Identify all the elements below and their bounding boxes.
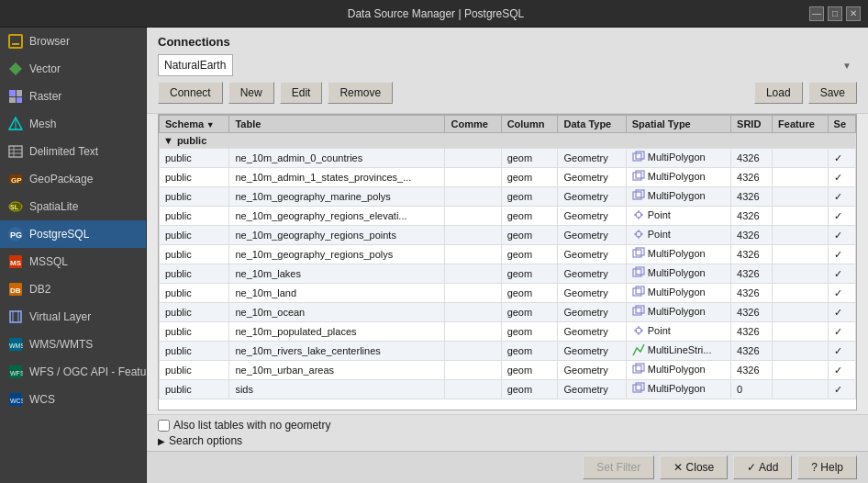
table-row[interactable]: publicne_10m_lakesgeomGeometryMultiPolyg… bbox=[160, 264, 856, 284]
close-button[interactable]: ✕ bbox=[846, 6, 861, 21]
cell-7 bbox=[773, 264, 828, 284]
table-row[interactable]: publicne_10m_admin_0_countriesgeomGeomet… bbox=[160, 149, 856, 168]
col-feature[interactable]: Feature bbox=[773, 116, 828, 133]
table-row[interactable]: publicne_10m_geography_regions_polysgeom… bbox=[160, 245, 856, 264]
col-column[interactable]: Column bbox=[501, 116, 558, 133]
add-button[interactable]: ✓ Add bbox=[733, 455, 792, 479]
sidebar-label-spatialite: SpatiaLite bbox=[29, 200, 78, 213]
minimize-button[interactable]: — bbox=[809, 6, 824, 21]
table-row[interactable]: publicsidsgeomGeometryMultiPolygon0✓ bbox=[160, 380, 856, 399]
save-button[interactable]: Save bbox=[808, 82, 857, 104]
col-se[interactable]: Se bbox=[828, 116, 855, 133]
data-table: Schema Table Comme Column Data Type Spat… bbox=[159, 115, 856, 399]
svg-rect-43 bbox=[636, 248, 644, 255]
wcs-icon: WCS bbox=[7, 391, 24, 408]
col-srid[interactable]: SRID bbox=[731, 116, 773, 133]
sidebar-item-browser[interactable]: Browser bbox=[0, 28, 146, 55]
svg-rect-47 bbox=[636, 286, 644, 294]
spatial-type-cell: Point bbox=[632, 324, 671, 337]
cell-7 bbox=[773, 207, 828, 226]
table-group-row[interactable]: ▼public bbox=[160, 133, 856, 149]
maximize-button[interactable]: □ bbox=[828, 6, 842, 21]
sidebar-item-postgresql[interactable]: PG PostgreSQL bbox=[0, 220, 146, 248]
new-button[interactable]: New bbox=[228, 82, 274, 104]
connection-select[interactable]: NaturalEarth bbox=[158, 54, 233, 76]
sidebar-label-mssql: MSSQL bbox=[29, 255, 68, 268]
cell-3: geom bbox=[501, 207, 558, 226]
cell-6: 4326 bbox=[731, 342, 773, 361]
svg-rect-3 bbox=[9, 146, 22, 157]
sidebar-item-mssql[interactable]: MS MSSQL bbox=[0, 248, 146, 275]
table-row[interactable]: publicne_10m_admin_1_states_provinces_..… bbox=[160, 168, 856, 187]
cell-8: ✓ bbox=[828, 284, 855, 303]
col-comment[interactable]: Comme bbox=[445, 116, 501, 133]
cell-8: ✓ bbox=[828, 322, 855, 342]
window-controls[interactable]: — □ ✕ bbox=[809, 6, 861, 21]
cell-1: ne_10m_ocean bbox=[229, 303, 445, 322]
spatial-type-cell: MultiPolygon bbox=[632, 189, 706, 202]
table-row[interactable]: publicne_10m_geography_marine_polysgeomG… bbox=[160, 187, 856, 207]
search-options-row[interactable]: ▶ Search options bbox=[158, 434, 857, 447]
sidebar-item-geopackage[interactable]: GP GeoPackage bbox=[0, 165, 146, 193]
svg-text:GP: GP bbox=[11, 176, 22, 185]
cell-4: Geometry bbox=[558, 361, 626, 380]
svg-text:WFS: WFS bbox=[10, 370, 23, 376]
edit-button[interactable]: Edit bbox=[280, 82, 323, 104]
spatial-type-cell: MultiPolygon bbox=[632, 286, 706, 298]
help-button[interactable]: ? Help bbox=[797, 455, 857, 479]
cell-5: Point bbox=[626, 226, 730, 245]
sidebar-item-db2[interactable]: DB DB2 bbox=[0, 275, 146, 303]
cell-0: public bbox=[160, 342, 229, 361]
svg-rect-58 bbox=[636, 383, 644, 390]
connect-button[interactable]: Connect bbox=[158, 82, 223, 104]
cell-2 bbox=[445, 226, 501, 245]
sidebar-item-spatialite[interactable]: SL SpatiaLite bbox=[0, 193, 146, 220]
spatial-type-cell: MultiPolygon bbox=[632, 266, 706, 279]
sidebar-item-raster[interactable]: Raster bbox=[0, 83, 146, 110]
cell-3: geom bbox=[501, 264, 558, 284]
no-geometry-checkbox[interactable] bbox=[158, 420, 170, 432]
col-datatype[interactable]: Data Type bbox=[558, 116, 626, 133]
sidebar-item-virtual[interactable]: Virtual Layer bbox=[0, 303, 146, 331]
table-row[interactable]: publicne_10m_landgeomGeometryMultiPolygo… bbox=[160, 284, 856, 303]
svg-rect-42 bbox=[633, 250, 641, 257]
cell-3: geom bbox=[501, 284, 558, 303]
cell-4: Geometry bbox=[558, 207, 626, 226]
no-geometry-row: Also list tables with no geometry bbox=[158, 419, 857, 432]
svg-rect-28 bbox=[633, 173, 641, 180]
sidebar-item-delimited[interactable]: Delimited Text bbox=[0, 138, 146, 165]
cell-3: geom bbox=[501, 342, 558, 361]
table-row[interactable]: publicne_10m_rivers_lake_centerlinesgeom… bbox=[160, 342, 856, 361]
search-options-arrow: ▶ bbox=[158, 436, 165, 446]
cell-6: 4326 bbox=[731, 284, 773, 303]
table-row[interactable]: publicne_10m_populated_placesgeomGeometr… bbox=[160, 322, 856, 342]
spatial-type-cell: Point bbox=[632, 208, 671, 221]
table-row[interactable]: publicne_10m_oceangeomGeometryMultiPolyg… bbox=[160, 303, 856, 322]
set-filter-button[interactable]: Set Filter bbox=[583, 455, 654, 479]
cell-4: Geometry bbox=[558, 303, 626, 322]
table-row[interactable]: publicne_10m_geography_regions_elevati..… bbox=[160, 207, 856, 226]
table-container[interactable]: Schema Table Comme Column Data Type Spat… bbox=[158, 114, 857, 410]
col-spatialtype[interactable]: Spatial Type bbox=[626, 116, 730, 133]
sidebar: Browser Vector Raster Mesh Delimited Tex… bbox=[0, 28, 147, 483]
col-schema[interactable]: Schema bbox=[160, 116, 229, 133]
sidebar-item-vector[interactable]: Vector bbox=[0, 55, 146, 83]
remove-button[interactable]: Remove bbox=[328, 82, 393, 104]
col-table[interactable]: Table bbox=[229, 116, 445, 133]
sidebar-item-wms[interactable]: WMS WMS/WMTS bbox=[0, 331, 146, 358]
svg-rect-44 bbox=[633, 269, 641, 276]
svg-text:MS: MS bbox=[10, 259, 22, 267]
cell-5: MultiPolygon bbox=[626, 380, 730, 399]
sidebar-item-wfs[interactable]: WFS WFS / OGC API - Features bbox=[0, 358, 146, 386]
cell-3: geom bbox=[501, 361, 558, 380]
wms-icon: WMS bbox=[7, 336, 24, 353]
table-row[interactable]: publicne_10m_urban_areasgeomGeometryMult… bbox=[160, 361, 856, 380]
close-button-action[interactable]: ✕ Close bbox=[660, 455, 728, 479]
cell-6: 4326 bbox=[731, 168, 773, 187]
sidebar-item-mesh[interactable]: Mesh bbox=[0, 110, 146, 138]
load-button[interactable]: Load bbox=[754, 82, 803, 104]
table-row[interactable]: publicne_10m_geography_regions_pointsgeo… bbox=[160, 226, 856, 245]
sidebar-item-wcs[interactable]: WCS WCS bbox=[0, 386, 146, 413]
cell-6: 4326 bbox=[731, 264, 773, 284]
cell-8: ✓ bbox=[828, 264, 855, 284]
